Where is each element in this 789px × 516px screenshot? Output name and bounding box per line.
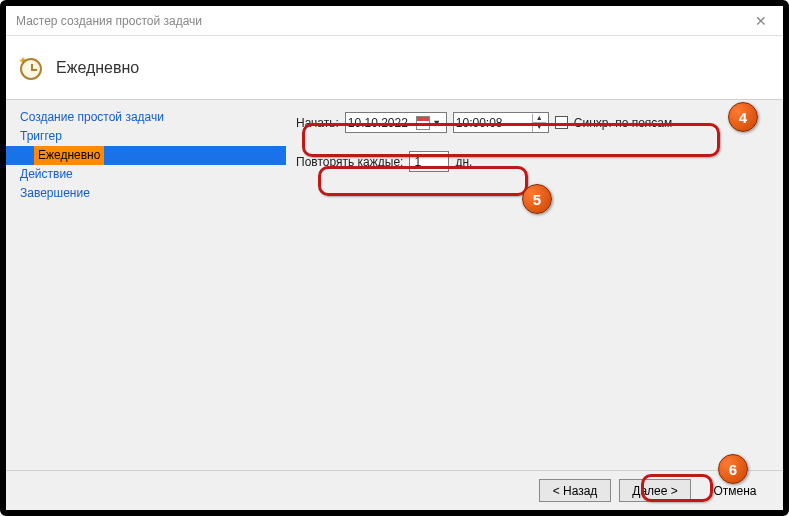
start-label: Начать: [296, 116, 339, 130]
wizard-main: Начать: 10.10.2022 ▼ 10:00:08 ▲ ▼ [286, 100, 783, 470]
annotation-badge-6: 6 [718, 454, 748, 484]
page-title: Ежедневно [56, 59, 139, 77]
wizard-header: ✦ Ежедневно [6, 36, 783, 100]
wizard-footer: < Назад Далее > Отмена [6, 470, 783, 510]
clock-icon: ✦ [18, 54, 46, 82]
sync-label: Синхр. по поясам [574, 116, 672, 130]
repeat-label: Повторять каждые: [296, 155, 403, 169]
sidebar-item-finish[interactable]: Завершение [6, 184, 286, 203]
titlebar: Мастер создания простой задачи ✕ [6, 6, 783, 36]
next-button[interactable]: Далее > [619, 479, 691, 502]
repeat-unit: дн. [455, 155, 472, 169]
sync-checkbox[interactable] [555, 116, 568, 129]
wizard-sidebar: Создание простой задачи Триггер Ежедневн… [6, 100, 286, 470]
annotation-badge-5: 5 [522, 184, 552, 214]
time-spinner[interactable]: ▲ ▼ [532, 114, 546, 132]
spin-down-icon[interactable]: ▼ [532, 123, 546, 132]
back-button[interactable]: < Назад [539, 479, 611, 502]
repeat-value: 1 [414, 155, 421, 169]
repeat-value-input[interactable]: 1 [409, 151, 449, 172]
start-date-input[interactable]: 10.10.2022 ▼ [345, 112, 447, 133]
sidebar-item-daily[interactable]: Ежедневно [6, 146, 286, 165]
sidebar-item-create[interactable]: Создание простой задачи [6, 108, 286, 127]
date-value: 10.10.2022 [348, 116, 408, 130]
annotation-badge-4: 4 [728, 102, 758, 132]
close-icon[interactable]: ✕ [749, 13, 773, 29]
wizard-window: Мастер создания простой задачи ✕ ✦ Ежедн… [6, 6, 783, 510]
time-value: 10:00:08 [456, 116, 503, 130]
window-title: Мастер создания простой задачи [16, 14, 202, 28]
sidebar-item-label: Ежедневно [34, 146, 104, 165]
sidebar-item-action[interactable]: Действие [6, 165, 286, 184]
sidebar-item-trigger[interactable]: Триггер [6, 127, 286, 146]
start-time-input[interactable]: 10:00:08 ▲ ▼ [453, 112, 549, 133]
chevron-down-icon[interactable]: ▼ [430, 118, 444, 128]
calendar-icon[interactable] [416, 116, 430, 130]
spin-up-icon[interactable]: ▲ [532, 114, 546, 123]
